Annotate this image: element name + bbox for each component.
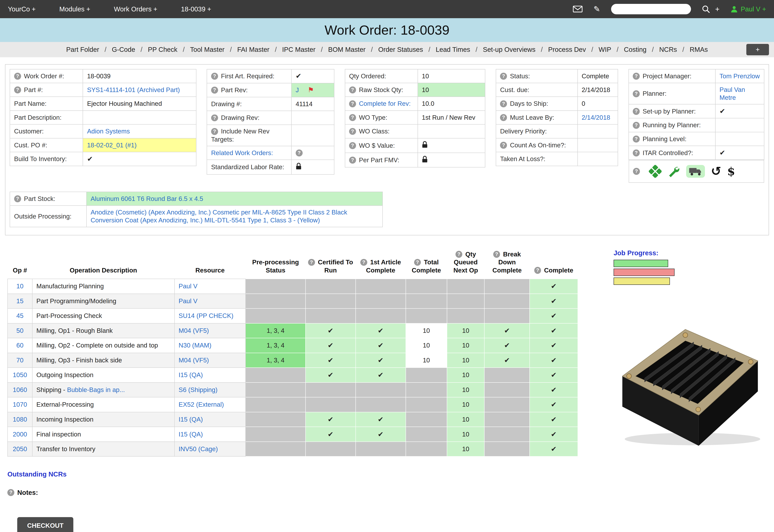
pencil-icon[interactable]: ✎: [594, 5, 600, 13]
project-manager-link[interactable]: Tom Prenzlow: [719, 73, 760, 80]
help-icon[interactable]: ?: [633, 168, 640, 175]
resource-link[interactable]: S6 (Shipping): [179, 386, 217, 393]
help-icon[interactable]: ?: [633, 73, 640, 80]
help-icon[interactable]: ?: [633, 108, 640, 115]
help-icon[interactable]: ?: [500, 114, 507, 121]
outside-processing-link[interactable]: Anodize (Cosmetic) (Apex Anodizing, Inc.…: [91, 209, 347, 216]
part-number-link[interactable]: SYS1-41114-101 (Archived Part): [87, 86, 180, 93]
must-leave-by-link[interactable]: 2/14/2018: [582, 114, 610, 121]
nav-item[interactable]: 18-0039 +: [181, 5, 211, 13]
nav-item[interactable]: Work Orders +: [114, 5, 157, 13]
help-icon[interactable]: ?: [633, 122, 640, 129]
customer-link[interactable]: Adion Systems: [87, 128, 130, 135]
help-icon[interactable]: ?: [14, 73, 21, 80]
resource-link[interactable]: M04 (VF5): [179, 357, 209, 364]
help-icon[interactable]: ?: [211, 73, 218, 80]
menu-item[interactable]: WIP: [586, 46, 611, 53]
menu-item[interactable]: Part Folder: [66, 46, 99, 53]
help-icon[interactable]: ?: [14, 86, 21, 93]
history-icon[interactable]: ↺: [711, 165, 721, 178]
op-number-link[interactable]: 45: [16, 312, 24, 319]
resource-link[interactable]: EX52 (External): [179, 401, 224, 408]
help-icon[interactable]: ?: [7, 489, 14, 496]
help-icon[interactable]: ?: [349, 128, 356, 135]
resource-link[interactable]: I15 (QA): [179, 431, 203, 438]
help-icon[interactable]: ?: [296, 149, 303, 156]
help-icon[interactable]: ?: [349, 142, 356, 149]
help-icon[interactable]: ?: [456, 251, 463, 258]
nav-item[interactable]: Modules +: [59, 5, 90, 13]
resource-link[interactable]: I15 (QA): [179, 371, 203, 378]
menu-add-button[interactable]: +: [746, 44, 769, 55]
help-icon[interactable]: ?: [349, 100, 356, 107]
cust-po-link[interactable]: 18-02-02_01 (#1): [87, 142, 137, 149]
outstanding-ncrs-link[interactable]: Outstanding NCRs: [7, 471, 67, 478]
help-icon[interactable]: ?: [500, 142, 507, 149]
modules-icon[interactable]: [649, 165, 662, 178]
complete-for-rev-link[interactable]: Complete for Rev:: [359, 100, 411, 107]
op-number-link[interactable]: 1050: [13, 371, 27, 378]
op-number-link[interactable]: 1060: [13, 386, 27, 393]
planner-link[interactable]: Paul Van Metre: [719, 86, 745, 101]
search-input[interactable]: [611, 4, 691, 14]
help-icon[interactable]: ?: [211, 87, 218, 94]
op-number-link[interactable]: 10: [16, 283, 24, 290]
op-number-link[interactable]: 15: [16, 297, 24, 305]
related-work-orders-link[interactable]: Related Work Orders:: [211, 149, 273, 156]
help-icon[interactable]: ?: [633, 90, 640, 97]
menu-item[interactable]: Process Dev: [536, 46, 586, 53]
menu-item[interactable]: G-Code: [99, 46, 135, 53]
resource-link[interactable]: Paul V: [179, 283, 197, 290]
resource-link[interactable]: I15 (QA): [179, 416, 203, 423]
part-rev-link[interactable]: J: [296, 86, 299, 94]
help-icon[interactable]: ?: [349, 114, 356, 121]
resource-link[interactable]: INV50 (Cage): [179, 445, 218, 453]
op-number-link[interactable]: 70: [16, 357, 24, 364]
wrench-icon[interactable]: [667, 165, 680, 178]
help-icon[interactable]: ?: [308, 259, 315, 266]
help-icon[interactable]: ?: [500, 73, 507, 80]
checkout-button[interactable]: CHECKOUT: [17, 517, 73, 532]
help-icon[interactable]: ?: [414, 259, 421, 266]
menu-item[interactable]: Tool Master: [177, 46, 225, 53]
dollar-icon[interactable]: $: [727, 164, 735, 178]
resource-link[interactable]: Paul V: [179, 297, 197, 305]
help-icon[interactable]: ?: [493, 251, 500, 258]
outside-processing-link[interactable]: Conversion Coat (Apex Anodizing, Inc.) M…: [91, 217, 320, 224]
resource-link[interactable]: SU14 (PP CHECK): [179, 312, 233, 319]
help-icon[interactable]: ?: [349, 157, 356, 164]
help-icon[interactable]: ?: [14, 195, 21, 202]
op-number-link[interactable]: 1080: [13, 416, 27, 423]
op-number-link[interactable]: 1070: [13, 401, 27, 408]
menu-item[interactable]: NCRs: [647, 46, 677, 53]
help-icon[interactable]: ?: [211, 114, 218, 121]
user-menu[interactable]: Paul V +: [730, 5, 766, 13]
envelope-icon[interactable]: [573, 6, 583, 13]
help-icon[interactable]: ?: [534, 267, 541, 274]
menu-item[interactable]: BOM Master: [315, 46, 365, 53]
menu-item[interactable]: PP Check: [135, 46, 177, 53]
op-number-link[interactable]: 50: [16, 327, 24, 334]
menu-item[interactable]: Lead Times: [423, 46, 470, 53]
search-add-button[interactable]: +: [715, 5, 719, 13]
op-number-link[interactable]: 60: [16, 342, 24, 349]
menu-item[interactable]: Set-up Overviews: [470, 46, 536, 53]
op-number-link[interactable]: 2050: [13, 445, 27, 453]
help-icon[interactable]: ?: [633, 149, 640, 156]
menu-item[interactable]: RMAs: [677, 46, 708, 53]
nav-item[interactable]: YourCo +: [8, 5, 36, 13]
part-stock-link[interactable]: Aluminum 6061 T6 Round Bar 6.5 x 4.5: [91, 195, 203, 202]
resource-link[interactable]: M04 (VF5): [179, 327, 209, 334]
menu-item[interactable]: Costing: [611, 46, 647, 53]
help-icon[interactable]: ?: [211, 128, 218, 135]
help-icon[interactable]: ?: [360, 259, 367, 266]
menu-item[interactable]: IPC Master: [269, 46, 315, 53]
help-icon[interactable]: ?: [633, 136, 640, 143]
help-icon[interactable]: ?: [500, 100, 507, 107]
menu-item[interactable]: FAI Master: [224, 46, 269, 53]
op-number-link[interactable]: 2000: [13, 431, 27, 438]
resource-link[interactable]: N30 (MAM): [179, 342, 211, 349]
search-icon[interactable]: [702, 5, 710, 13]
help-icon[interactable]: ?: [349, 86, 356, 93]
operation-description-link[interactable]: Bubble-Bags in ap...: [67, 386, 125, 393]
